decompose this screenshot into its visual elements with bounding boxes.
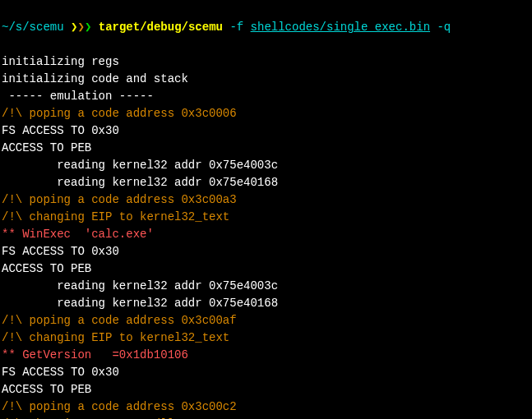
output-line: FS ACCESS TO 0x30	[2, 122, 530, 140]
output-line: /!\ poping a code address 0x3c00af	[2, 312, 530, 329]
output-line: FS ACCESS TO 0x30	[2, 243, 530, 260]
output-line: reading kernel32 addr 0x75e4003c	[2, 157, 530, 174]
output-line: reading kernel32 addr 0x75e40168	[2, 295, 530, 312]
output-line: FS ACCESS TO 0x30	[2, 364, 530, 381]
output-line: initializing regs	[2, 53, 530, 71]
output-line: ----- emulation -----	[2, 88, 530, 105]
chevron-icon: ❯	[77, 21, 84, 34]
output-line: /!\ changing EIP to kernel32_text	[2, 329, 530, 347]
cwd-path: ~/s/scemu	[2, 21, 64, 34]
command-flag: -q	[430, 21, 451, 34]
output-line: /!\ poping a code address 0x3c00a3	[2, 191, 530, 209]
output-line: ** WinExec 'calc.exe'	[2, 226, 530, 243]
command-binary: target/debug/scemu	[99, 21, 223, 34]
output-line: ACCESS TO PEB	[2, 381, 530, 398]
output-block: initializing regsinitializing code and s…	[2, 53, 530, 419]
command-filepath: shellcodes/single_exec.bin	[251, 21, 430, 34]
chevron-icon: ❯	[85, 21, 91, 34]
output-line: /!\ changing EIP to kernel32_text	[2, 209, 530, 226]
output-line: ACCESS TO PEB	[2, 140, 530, 157]
output-line: reading kernel32 addr 0x75e40168	[2, 174, 530, 191]
output-line: ACCESS TO PEB	[2, 260, 530, 278]
output-line: initializing code and stack	[2, 71, 530, 88]
terminal-output[interactable]: ~/s/scemu ❯❯❯ target/debug/scemu -f shel…	[2, 2, 530, 419]
output-line: reading kernel32 addr 0x75e4003c	[2, 278, 530, 295]
command-flag: -f	[223, 21, 251, 34]
output-line: ** GetVersion =0x1db10106	[2, 347, 530, 364]
output-line: /!\ changing EIP to ntdll_text	[2, 416, 530, 419]
prompt-line-1[interactable]: ~/s/scemu ❯❯❯ target/debug/scemu -f shel…	[2, 19, 530, 36]
output-line: /!\ poping a code address 0x3c0006	[2, 105, 530, 122]
output-line: /!\ poping a code address 0x3c00c2	[2, 398, 530, 416]
